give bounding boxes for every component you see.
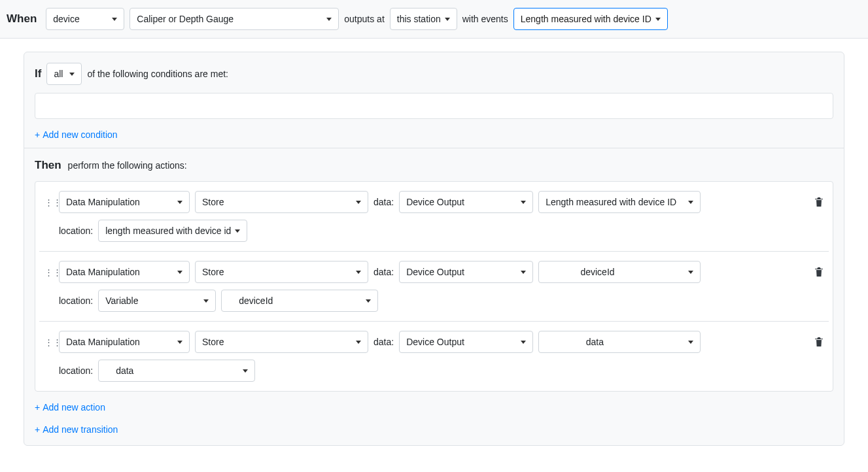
location-value: data xyxy=(116,365,133,376)
then-section: Then perform the following actions: ⋮⋮ D… xyxy=(24,148,844,445)
action-type-dropdown[interactable]: Data Manipulation xyxy=(59,331,190,353)
when-device-dropdown[interactable]: Caliper or Depth Gauge xyxy=(130,8,339,30)
if-quantifier-dropdown[interactable]: all xyxy=(46,63,82,85)
data-field-dropdown[interactable]: Length measured with device ID xyxy=(538,191,701,213)
action-row-main: ⋮⋮ Data Manipulation Store data: Device … xyxy=(44,261,824,283)
when-subject-value: device xyxy=(53,14,79,24)
plus-icon: + xyxy=(35,424,40,435)
data-source-dropdown[interactable]: Device Output xyxy=(399,191,533,213)
if-suffix: of the following conditions are met: xyxy=(87,69,228,79)
data-label: data: xyxy=(373,337,394,347)
plus-icon: + xyxy=(35,402,40,413)
action-type-value: Data Manipulation xyxy=(66,267,140,277)
action-type-value: Data Manipulation xyxy=(66,337,140,347)
drag-handle-icon[interactable]: ⋮⋮ xyxy=(44,197,54,207)
action-operation-dropdown[interactable]: Store xyxy=(195,191,368,213)
location-dropdown[interactable]: Variable xyxy=(98,290,216,312)
drag-handle-icon[interactable]: ⋮⋮ xyxy=(44,337,54,347)
add-transition-label: Add new transition xyxy=(43,424,118,435)
action-type-dropdown[interactable]: Data Manipulation xyxy=(59,261,190,283)
drag-handle-icon[interactable]: ⋮⋮ xyxy=(44,267,54,277)
action-operation-dropdown[interactable]: Store xyxy=(195,331,368,353)
if-quantifier-value: all xyxy=(54,69,63,79)
when-event-dropdown[interactable]: Length measured with device ID xyxy=(513,8,668,30)
delete-action-button[interactable] xyxy=(814,196,824,208)
data-field-dropdown[interactable]: data xyxy=(538,331,701,353)
caret-icon xyxy=(326,18,332,21)
then-header: Then perform the following actions: xyxy=(35,159,833,172)
actions-body: ⋮⋮ Data Manipulation Store data: Device … xyxy=(35,181,833,392)
location-value: length measured with device id xyxy=(105,226,231,236)
if-keyword: If xyxy=(35,67,41,80)
data-field-value: Length measured with device ID xyxy=(546,197,676,207)
data-label: data: xyxy=(373,197,394,207)
caret-icon xyxy=(356,201,361,204)
then-keyword: Then xyxy=(35,159,61,172)
then-suffix: perform the following actions: xyxy=(68,160,187,171)
action-row-location: location: length measured with device id xyxy=(59,220,824,242)
action-row-location: location: Variable deviceId xyxy=(59,290,824,312)
add-action-button[interactable]: + Add new action xyxy=(35,399,105,415)
location-dropdown[interactable]: length measured with device id xyxy=(98,220,247,242)
rule-container: If all of the following conditions are m… xyxy=(24,52,844,446)
caret-icon xyxy=(688,341,693,344)
caret-icon xyxy=(445,18,450,21)
caret-icon xyxy=(69,73,75,76)
plus-icon: + xyxy=(35,129,40,140)
delete-action-button[interactable] xyxy=(814,266,824,278)
when-subject-dropdown[interactable]: device xyxy=(46,8,124,30)
data-source-dropdown[interactable]: Device Output xyxy=(399,261,533,283)
add-transition-button[interactable]: + Add new transition xyxy=(35,422,118,437)
caret-icon xyxy=(203,299,209,303)
when-bar: When device Caliper or Depth Gauge outpu… xyxy=(0,0,868,39)
action-operation-value: Store xyxy=(202,337,224,347)
location-value: Variable xyxy=(105,295,138,306)
caret-icon xyxy=(177,271,182,274)
action-type-dropdown[interactable]: Data Manipulation xyxy=(59,191,190,213)
location-label: location: xyxy=(59,295,93,306)
add-action-label: Add new action xyxy=(43,402,105,413)
outputs-at-label: outputs at xyxy=(344,14,385,24)
when-station-value: this station xyxy=(397,14,441,24)
caret-icon xyxy=(243,369,248,373)
caret-icon xyxy=(688,201,693,204)
data-source-dropdown[interactable]: Device Output xyxy=(399,331,533,353)
caret-icon xyxy=(356,271,361,274)
action-row-location: location: data xyxy=(59,360,824,382)
action-item: ⋮⋮ Data Manipulation Store data: Device … xyxy=(39,252,829,322)
action-operation-value: Store xyxy=(202,267,224,277)
when-event-value: Length measured with device ID xyxy=(521,14,651,24)
if-section: If all of the following conditions are m… xyxy=(24,52,844,148)
action-operation-value: Store xyxy=(202,197,224,207)
caret-icon xyxy=(112,18,117,21)
data-field-dropdown[interactable]: deviceId xyxy=(538,261,701,283)
location-label: location: xyxy=(59,365,93,376)
action-row-main: ⋮⋮ Data Manipulation Store data: Device … xyxy=(44,191,824,213)
action-row-main: ⋮⋮ Data Manipulation Store data: Device … xyxy=(44,331,824,353)
data-field-value: data xyxy=(586,337,604,347)
with-events-label: with events xyxy=(462,14,508,24)
caret-icon xyxy=(688,271,693,274)
location-dropdown[interactable]: data xyxy=(98,360,255,382)
data-field-value: deviceId xyxy=(580,267,614,277)
action-item: ⋮⋮ Data Manipulation Store data: Device … xyxy=(39,182,829,252)
when-keyword: When xyxy=(7,12,37,25)
data-label: data: xyxy=(373,267,394,277)
action-operation-dropdown[interactable]: Store xyxy=(195,261,368,283)
delete-action-button[interactable] xyxy=(814,336,824,348)
add-condition-button[interactable]: + Add new condition xyxy=(35,127,118,143)
caret-icon xyxy=(356,341,361,344)
caret-icon xyxy=(177,341,182,344)
action-item: ⋮⋮ Data Manipulation Store data: Device … xyxy=(39,322,829,391)
location-label: location: xyxy=(59,226,93,236)
location-value2-dropdown[interactable]: deviceId xyxy=(221,290,378,312)
when-station-dropdown[interactable]: this station xyxy=(390,8,457,30)
data-source-value: Device Output xyxy=(406,267,464,277)
action-type-value: Data Manipulation xyxy=(66,197,140,207)
data-source-value: Device Output xyxy=(406,337,464,347)
caret-icon xyxy=(366,299,371,303)
when-device-value: Caliper or Depth Gauge xyxy=(137,14,234,24)
caret-icon xyxy=(235,229,240,233)
location-value2: deviceId xyxy=(239,295,273,306)
caret-icon xyxy=(177,201,182,204)
